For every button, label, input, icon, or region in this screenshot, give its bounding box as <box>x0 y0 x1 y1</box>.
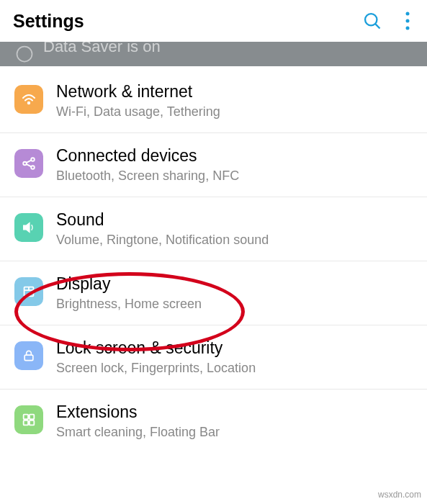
svg-rect-19 <box>30 420 34 425</box>
item-connected-devices[interactable]: Connected devices Bluetooth, Screen shar… <box>0 133 427 197</box>
svg-point-0 <box>365 14 377 25</box>
svg-line-1 <box>375 24 379 28</box>
banner-text: Data Saver is on <box>43 42 161 56</box>
svg-rect-15 <box>24 355 33 361</box>
extension-icon <box>14 405 43 434</box>
more-vert-icon <box>405 12 410 30</box>
search-button[interactable] <box>362 11 382 31</box>
item-lock-screen[interactable]: Lock screen & security Screen lock, Fing… <box>0 325 427 390</box>
item-title: Lock screen & security <box>56 338 413 358</box>
svg-rect-18 <box>24 420 28 425</box>
svg-point-3 <box>406 19 410 23</box>
lock-icon <box>14 341 43 370</box>
wifi-icon <box>14 85 43 114</box>
more-button[interactable] <box>405 12 410 30</box>
banner: Data Saver is on <box>0 42 427 66</box>
svg-line-11 <box>26 164 31 167</box>
item-subtitle: Volume, Ringtone, Notification sound <box>56 233 413 248</box>
item-title: Network & internet <box>56 82 413 102</box>
item-title: Connected devices <box>56 146 413 166</box>
svg-point-6 <box>28 102 30 104</box>
share-icon <box>14 149 43 178</box>
svg-point-4 <box>406 27 410 30</box>
item-title: Sound <box>56 210 413 230</box>
svg-point-2 <box>406 12 410 16</box>
item-subtitle: Wi-Fi, Data usage, Tethering <box>56 104 413 120</box>
svg-rect-17 <box>30 415 34 419</box>
header: Settings <box>0 0 427 42</box>
watermark: wsxdn.com <box>378 490 421 500</box>
item-title: Display <box>56 274 413 294</box>
page-title: Settings <box>13 11 362 32</box>
display-icon <box>14 277 43 306</box>
item-subtitle: Screen lock, Fingerprints, Location <box>56 361 413 376</box>
item-extensions[interactable]: Extensions Smart cleaning, Floating Bar <box>0 390 427 453</box>
item-subtitle: Bluetooth, Screen sharing, NFC <box>56 168 413 184</box>
svg-point-5 <box>17 47 32 62</box>
settings-list: Network & internet Wi-Fi, Data usage, Te… <box>0 66 427 453</box>
item-display[interactable]: Display Brightness, Home screen <box>0 261 427 325</box>
item-subtitle: Brightness, Home screen <box>56 297 413 312</box>
item-network[interactable]: Network & internet Wi-Fi, Data usage, Te… <box>0 66 427 133</box>
svg-line-10 <box>26 160 31 163</box>
speaker-icon <box>14 213 43 242</box>
item-subtitle: Smart cleaning, Floating Bar <box>56 425 413 440</box>
item-title: Extensions <box>56 402 413 422</box>
svg-rect-16 <box>24 415 28 419</box>
item-sound[interactable]: Sound Volume, Ringtone, Notification sou… <box>0 197 427 261</box>
header-actions <box>362 11 414 31</box>
data-saver-icon <box>14 44 35 64</box>
search-icon <box>362 11 382 31</box>
